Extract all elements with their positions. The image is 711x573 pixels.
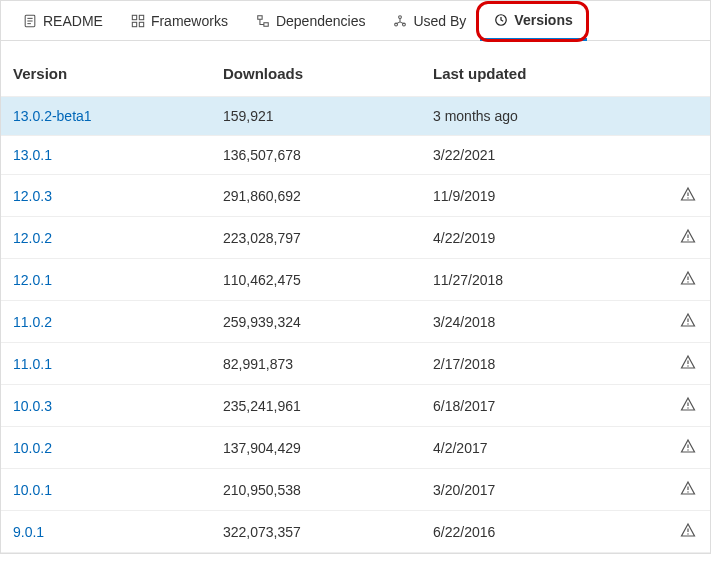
usedby-icon — [393, 14, 407, 28]
updated-cell: 11/9/2019 — [421, 175, 668, 217]
header-warn — [668, 41, 710, 97]
table-row: 11.0.2259,939,3243/24/2018 — [1, 301, 710, 343]
version-link[interactable]: 12.0.3 — [13, 188, 52, 204]
version-link[interactable]: 13.0.1 — [13, 147, 52, 163]
tab-versions-label: Versions — [514, 12, 572, 28]
updated-cell: 3/22/2021 — [421, 136, 668, 175]
version-link[interactable]: 12.0.1 — [13, 272, 52, 288]
document-icon — [23, 14, 37, 28]
warning-icon — [680, 438, 696, 454]
svg-point-15 — [687, 197, 688, 198]
svg-point-19 — [687, 281, 688, 282]
warning-cell — [668, 136, 710, 175]
warning-cell — [668, 385, 710, 427]
header-updated: Last updated — [421, 41, 668, 97]
svg-rect-8 — [258, 15, 262, 19]
table-row: 9.0.1322,073,3576/22/2016 — [1, 511, 710, 553]
tab-usedby-label: Used By — [413, 13, 466, 29]
svg-rect-6 — [132, 22, 136, 26]
warning-cell — [668, 217, 710, 259]
warning-cell — [668, 511, 710, 553]
table-row: 12.0.1110,462,47511/27/2018 — [1, 259, 710, 301]
downloads-cell: 291,860,692 — [211, 175, 421, 217]
tab-frameworks[interactable]: Frameworks — [117, 1, 242, 40]
updated-cell: 4/22/2019 — [421, 217, 668, 259]
table-row: 12.0.2223,028,7974/22/2019 — [1, 217, 710, 259]
updated-cell: 6/22/2016 — [421, 511, 668, 553]
table-row: 10.0.1210,950,5383/20/2017 — [1, 469, 710, 511]
warning-cell — [668, 469, 710, 511]
warning-cell — [668, 259, 710, 301]
downloads-cell: 82,991,873 — [211, 343, 421, 385]
version-link[interactable]: 10.0.2 — [13, 440, 52, 456]
table-row: 10.0.3235,241,9616/18/2017 — [1, 385, 710, 427]
warning-cell — [668, 427, 710, 469]
svg-rect-7 — [139, 22, 143, 26]
version-link[interactable]: 10.0.1 — [13, 482, 52, 498]
version-link[interactable]: 13.0.2-beta1 — [13, 108, 92, 124]
warning-icon — [680, 396, 696, 412]
versions-table: Version Downloads Last updated 13.0.2-be… — [1, 41, 710, 553]
warning-cell — [668, 175, 710, 217]
tab-readme-label: README — [43, 13, 103, 29]
updated-cell: 2/17/2018 — [421, 343, 668, 385]
svg-point-25 — [687, 407, 688, 408]
updated-cell: 11/27/2018 — [421, 259, 668, 301]
updated-cell: 3/20/2017 — [421, 469, 668, 511]
warning-icon — [680, 522, 696, 538]
version-link[interactable]: 11.0.2 — [13, 314, 52, 330]
svg-point-17 — [687, 239, 688, 240]
downloads-cell: 137,904,429 — [211, 427, 421, 469]
frameworks-icon — [131, 14, 145, 28]
downloads-cell: 322,073,357 — [211, 511, 421, 553]
svg-point-29 — [687, 491, 688, 492]
version-link[interactable]: 9.0.1 — [13, 524, 44, 540]
table-row: 10.0.2137,904,4294/2/2017 — [1, 427, 710, 469]
downloads-cell: 223,028,797 — [211, 217, 421, 259]
version-link[interactable]: 11.0.1 — [13, 356, 52, 372]
updated-cell: 4/2/2017 — [421, 427, 668, 469]
tab-frameworks-label: Frameworks — [151, 13, 228, 29]
warning-icon — [680, 480, 696, 496]
header-downloads: Downloads — [211, 41, 421, 97]
svg-point-21 — [687, 323, 688, 324]
downloads-cell: 259,939,324 — [211, 301, 421, 343]
warning-cell — [668, 343, 710, 385]
downloads-cell: 210,950,538 — [211, 469, 421, 511]
warning-icon — [680, 228, 696, 244]
downloads-cell: 159,921 — [211, 97, 421, 136]
dependencies-icon — [256, 14, 270, 28]
svg-point-31 — [687, 533, 688, 534]
svg-rect-4 — [132, 15, 136, 19]
header-version: Version — [1, 41, 211, 97]
table-row: 13.0.2-beta1159,9213 months ago — [1, 97, 710, 136]
updated-cell: 3/24/2018 — [421, 301, 668, 343]
tab-readme[interactable]: README — [9, 1, 117, 40]
downloads-cell: 136,507,678 — [211, 136, 421, 175]
table-row: 11.0.182,991,8732/17/2018 — [1, 343, 710, 385]
svg-rect-9 — [264, 22, 268, 26]
tab-versions[interactable]: Versions — [480, 2, 586, 41]
updated-cell: 3 months ago — [421, 97, 668, 136]
warning-icon — [680, 270, 696, 286]
warning-icon — [680, 354, 696, 370]
table-row: 12.0.3291,860,69211/9/2019 — [1, 175, 710, 217]
tab-bar: README Frameworks Dependencies — [1, 1, 710, 41]
downloads-cell: 235,241,961 — [211, 385, 421, 427]
tab-dependencies-label: Dependencies — [276, 13, 366, 29]
tab-dependencies[interactable]: Dependencies — [242, 1, 380, 40]
table-row: 13.0.1136,507,6783/22/2021 — [1, 136, 710, 175]
svg-rect-5 — [139, 15, 143, 19]
version-link[interactable]: 10.0.3 — [13, 398, 52, 414]
tab-usedby[interactable]: Used By — [379, 1, 480, 40]
svg-point-10 — [399, 15, 402, 18]
version-link[interactable]: 12.0.2 — [13, 230, 52, 246]
warning-cell — [668, 97, 710, 136]
clock-icon — [494, 13, 508, 27]
updated-cell: 6/18/2017 — [421, 385, 668, 427]
warning-icon — [680, 312, 696, 328]
svg-point-27 — [687, 449, 688, 450]
warning-icon — [680, 186, 696, 202]
downloads-cell: 110,462,475 — [211, 259, 421, 301]
svg-point-23 — [687, 365, 688, 366]
